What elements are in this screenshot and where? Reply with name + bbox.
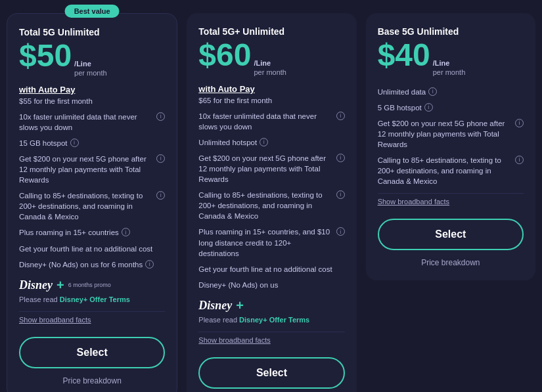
price-suffix: /Lineper month (433, 58, 466, 77)
price-breakdown-link[interactable]: Price breakdown (19, 374, 165, 388)
feature-text: Calling to 85+ destinations, texting to … (198, 190, 333, 221)
first-month-note: $55 for the first month (19, 97, 165, 105)
feature-item: Get your fourth line at no additional co… (198, 261, 344, 277)
price-suffix: /Lineper month (254, 58, 286, 77)
price-breakdown-link[interactable]: Price breakdown (378, 255, 524, 270)
features-list: Unlimited data i 5 GB hotspot i Get $200… (378, 84, 524, 190)
disney-plus-symbol: + (236, 298, 244, 313)
select-button[interactable]: Select (198, 357, 344, 389)
plan-name: Total 5G+ Unlimited (198, 26, 344, 37)
select-button[interactable]: Select (19, 337, 165, 368)
price-amount: $60 (198, 39, 251, 71)
info-icon[interactable]: i (336, 227, 345, 236)
feature-item: 15 GB hotspot i (19, 135, 165, 151)
feature-text: Plus roaming in 15+ countries, and $10 l… (198, 227, 333, 258)
info-icon[interactable]: i (122, 228, 130, 236)
info-icon[interactable]: i (428, 87, 437, 96)
feature-text: Get your fourth line at no additional co… (19, 244, 152, 254)
feature-text: 10x faster unlimited data that never slo… (198, 111, 333, 132)
disney-promo: 6 months promo (68, 282, 111, 288)
auto-pay-label: with Auto Pay (19, 85, 165, 95)
info-icon[interactable]: i (515, 156, 524, 164)
offer-terms: Please read Disney+ Offer Terms (198, 316, 344, 324)
disney-wordmark: Disney (19, 278, 53, 292)
features-list: 10x faster unlimited data that never slo… (19, 109, 165, 272)
feature-item: Unlimited hotspot i (198, 135, 344, 150)
info-icon[interactable]: i (156, 154, 165, 163)
disney-plus-symbol: + (56, 278, 64, 293)
price-amount: $50 (19, 40, 72, 72)
info-icon[interactable]: i (424, 103, 433, 112)
feature-item: Unlimited data i (378, 84, 524, 100)
info-icon[interactable]: i (156, 112, 165, 121)
feature-text: Plus roaming in 15+ countries (19, 227, 119, 238)
price-row: $60 /Lineper month (198, 39, 344, 77)
best-value-badge: Best value (65, 5, 120, 18)
feature-item: Disney+ (No Ads) on us for 6 months i (19, 257, 165, 272)
divider (198, 332, 344, 332)
offer-terms-link[interactable]: Disney+ Offer Terms (239, 316, 309, 324)
info-icon[interactable]: i (70, 139, 79, 147)
offer-terms: Please read Disney+ Offer Terms (19, 295, 165, 303)
feature-text: Calling to 85+ destinations, texting to … (378, 155, 512, 186)
feature-item: 10x faster unlimited data that never slo… (19, 109, 165, 135)
feature-text: 10x faster unlimited data that never slo… (19, 112, 154, 133)
plan-card-total-5g-unlimited: Best valueTotal 5G Unlimited $50 /Linepe… (7, 13, 177, 392)
feature-text: Unlimited hotspot (198, 137, 257, 148)
info-icon[interactable]: i (336, 112, 345, 120)
feature-text: 5 GB hotspot (378, 102, 422, 113)
auto-pay-label: with Auto Pay (198, 84, 344, 94)
feature-item: Get $200 on your next 5G phone after 12 … (378, 116, 524, 152)
feature-item: Calling to 85+ destinations, texting to … (19, 188, 165, 225)
plans-container: Best valueTotal 5G Unlimited $50 /Linepe… (7, 13, 535, 392)
divider (378, 193, 524, 194)
disney-logo: Disney + (198, 298, 344, 313)
features-list: 10x faster unlimited data that never slo… (198, 108, 344, 293)
feature-item: Calling to 85+ destinations, texting to … (198, 187, 344, 224)
plan-name: Base 5G Unlimited (378, 26, 524, 37)
divider (19, 311, 165, 312)
price-amount: $40 (378, 39, 430, 71)
select-button[interactable]: Select (378, 219, 524, 250)
feature-text: Get $200 on your next 5G phone after 12 … (198, 153, 333, 185)
feature-text: Calling to 85+ destinations, texting to … (19, 190, 154, 222)
feature-text: Disney+ (No Ads) on us (198, 280, 278, 290)
broadband-link[interactable]: Show broadband facts (378, 198, 524, 206)
broadband-link[interactable]: Show broadband facts (19, 316, 165, 324)
price-suffix: /Lineper month (74, 59, 107, 78)
info-icon[interactable]: i (260, 138, 268, 146)
feature-item: Plus roaming in 15+ countries i (19, 225, 165, 240)
price-row: $40 /Lineper month (378, 39, 524, 77)
feature-item: Plus roaming in 15+ countries, and $10 l… (198, 224, 344, 261)
feature-item: Get $200 on your next 5G phone after 12 … (19, 151, 165, 188)
feature-text: Unlimited data (378, 87, 426, 97)
broadband-link[interactable]: Show broadband facts (198, 336, 344, 344)
info-icon[interactable]: i (336, 154, 345, 162)
feature-text: Get $200 on your next 5G phone after 12 … (19, 154, 154, 185)
plan-name: Total 5G Unlimited (19, 27, 165, 37)
feature-item: Disney+ (No Ads) on us (198, 277, 344, 293)
offer-terms-link[interactable]: Disney+ Offer Terms (60, 295, 130, 303)
plan-card-base-5g-unlimited: Base 5G Unlimited $40 /Lineper month Unl… (366, 13, 535, 280)
feature-text: Get your fourth line at no additional co… (198, 264, 332, 274)
plan-card-total-5g-plus-unlimited: Total 5G+ Unlimited $60 /Lineper month w… (187, 13, 356, 392)
feature-item: 10x faster unlimited data that never slo… (198, 108, 344, 135)
info-icon[interactable]: i (145, 260, 154, 269)
feature-text: Disney+ (No Ads) on us for 6 months (19, 259, 143, 270)
feature-item: 5 GB hotspot i (378, 100, 524, 116)
feature-item: Calling to 85+ destinations, texting to … (378, 152, 524, 189)
price-row: $50 /Lineper month (19, 40, 165, 78)
feature-text: Get $200 on your next 5G phone after 12 … (378, 118, 512, 150)
info-icon[interactable]: i (156, 191, 165, 200)
disney-logo: Disney + 6 months promo (19, 278, 165, 293)
feature-item: Get your fourth line at no additional co… (19, 241, 165, 257)
first-month-note: $65 for the first month (198, 97, 344, 104)
info-icon[interactable]: i (336, 190, 345, 199)
disney-wordmark: Disney (198, 299, 232, 313)
feature-item: Get $200 on your next 5G phone after 12 … (198, 150, 344, 187)
info-icon[interactable]: i (515, 119, 524, 127)
feature-text: 15 GB hotspot (19, 138, 68, 148)
